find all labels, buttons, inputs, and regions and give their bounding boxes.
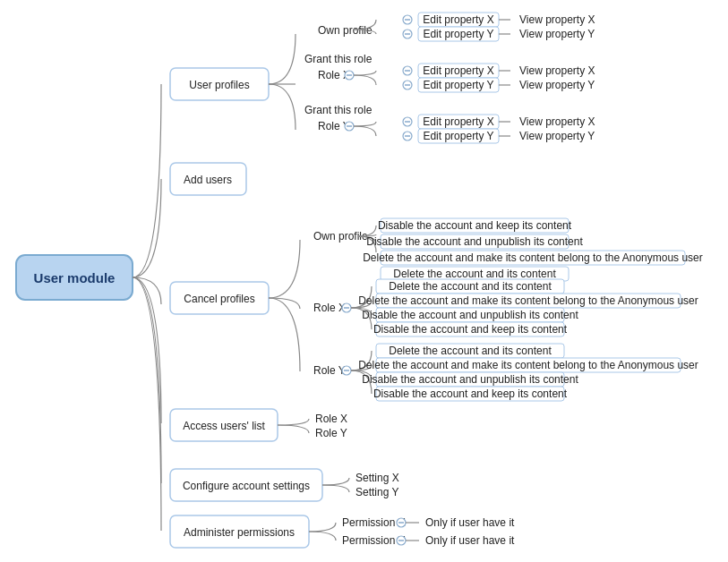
setting-y: Setting Y <box>355 486 398 498</box>
leaf: Disable the account and keep its content <box>373 387 568 400</box>
leaf: Delete the account and its content <box>389 280 552 293</box>
leaf: Edit property Y <box>423 79 493 91</box>
setting-x: Setting X <box>355 472 399 484</box>
leaf: View property Y <box>519 79 595 91</box>
own-profile-label-1: Own profile <box>318 24 373 37</box>
role-x-access: Role X <box>315 413 347 425</box>
leaf: Edit property Y <box>423 130 493 142</box>
leaf: View property X <box>519 64 595 77</box>
leaf: Edit property X <box>423 115 493 128</box>
leaf: Disable the account and keep its content <box>378 219 572 232</box>
leaf: View property X <box>519 115 595 128</box>
leaf: Delete the account and make its content … <box>363 251 703 264</box>
leaf: Edit property X <box>423 13 493 26</box>
root-label: User module <box>34 270 116 285</box>
permission-y-label: Permission Y <box>342 534 405 547</box>
leaf: Delete the account and make its content … <box>358 359 698 371</box>
leaf: Disable the account and unpublish its co… <box>362 373 578 386</box>
branch-administer-permissions: Administer permissions <box>184 526 295 539</box>
permission-x-label: Permission X <box>342 516 406 529</box>
leaf: Delete the account and its content <box>389 345 552 357</box>
leaf: View property Y <box>519 130 595 142</box>
leaf: View property X <box>519 13 595 26</box>
branch-access-users: Access users' list <box>183 420 265 432</box>
branch-cancel-profiles: Cancel profiles <box>184 293 254 305</box>
leaf: Disable the account and keep its content <box>373 323 568 336</box>
leaf: Disable the account and unpublish its co… <box>362 309 578 321</box>
permission-x-leaf: Only if user have it <box>425 516 515 529</box>
role-x-label-1: Grant this role <box>304 53 373 65</box>
branch-configure-settings: Configure account settings <box>183 480 310 492</box>
grant-role-y: Grant this role <box>304 104 373 116</box>
permission-y-leaf: Only if user have it <box>425 534 515 547</box>
role-y-cancel: Role Y <box>313 364 346 377</box>
branch-add-users: Add users <box>184 174 232 186</box>
leaf: Edit property Y <box>423 28 493 40</box>
leaf: View property Y <box>519 28 595 40</box>
leaf: Edit property X <box>423 64 493 77</box>
branch-user-profiles: User profiles <box>189 79 249 91</box>
role-y-access: Role Y <box>315 427 347 439</box>
leaf: Delete the account and make its content … <box>358 294 698 307</box>
leaf: Disable the account and unpublish its co… <box>366 235 583 248</box>
role-x-cancel: Role X <box>313 302 346 314</box>
leaf: Delete the account and its content <box>393 268 556 280</box>
